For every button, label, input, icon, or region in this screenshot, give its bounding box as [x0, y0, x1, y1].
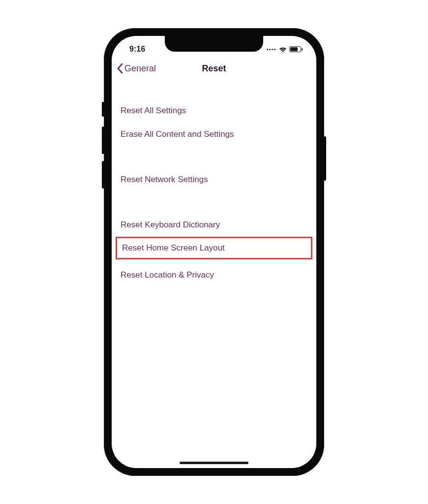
mute-switch — [102, 102, 104, 117]
back-button[interactable]: General — [117, 63, 156, 74]
status-time: 9:16 — [123, 45, 145, 54]
wifi-icon — [278, 46, 287, 53]
power-button — [324, 136, 326, 181]
battery-icon — [289, 46, 303, 52]
reset-options-list: Reset All Settings Erase All Content and… — [112, 79, 316, 287]
reset-group-1: Reset All Settings Erase All Content and… — [112, 99, 316, 146]
highlight-annotation: Reset Home Screen Layout — [116, 237, 312, 259]
cellular-signal-icon — [267, 49, 275, 50]
erase-all-content-item[interactable]: Erase All Content and Settings — [112, 123, 316, 146]
reset-location-privacy-item[interactable]: Reset Location & Privacy — [112, 263, 316, 287]
phone-screen: 9:16 — [112, 36, 316, 468]
reset-home-screen-layout-item[interactable]: Reset Home Screen Layout — [117, 238, 311, 258]
status-indicators — [267, 46, 305, 53]
chevron-left-icon — [117, 63, 123, 74]
reset-keyboard-dictionary-item[interactable]: Reset Keyboard Dictionary — [112, 213, 316, 237]
phone-notch — [165, 36, 263, 52]
back-label: General — [124, 63, 156, 74]
reset-network-settings-item[interactable]: Reset Network Settings — [112, 168, 316, 191]
navigation-bar: General Reset — [112, 58, 316, 79]
phone-frame: 9:16 — [104, 28, 324, 476]
reset-all-settings-item[interactable]: Reset All Settings — [112, 99, 316, 123]
volume-up-button — [102, 126, 104, 154]
reset-group-3: Reset Keyboard Dictionary Reset Home Scr… — [112, 213, 316, 287]
page-title: Reset — [202, 63, 226, 74]
home-indicator[interactable] — [180, 462, 248, 464]
reset-group-2: Reset Network Settings — [112, 168, 316, 191]
volume-down-button — [102, 161, 104, 189]
